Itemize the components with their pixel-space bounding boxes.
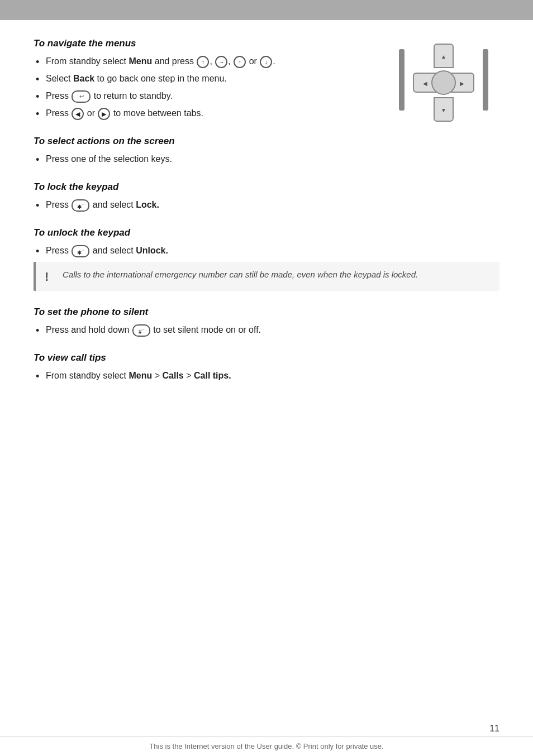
top-bar (0, 0, 533, 20)
list-item: Press ◀ or ▶ to move between tabs. (34, 107, 499, 120)
bold-menu: Menu (129, 56, 153, 66)
note-box: ! Calls to the international emergency n… (34, 262, 499, 291)
list-item: From standby select Menu and press ↑, →,… (34, 55, 499, 68)
nav-left-tab-icon: ◀ (72, 108, 84, 120)
footer-text: This is the Internet version of the User… (149, 742, 383, 750)
end-call-icon: ↩ (72, 90, 91, 103)
star-key-unlock-icon: ✱⁻ (72, 245, 89, 257)
bold-back: Back (73, 74, 94, 83)
section-select-actions: To select actions on the screen Press on… (34, 136, 499, 166)
select-actions-list: Press one of the selection keys. (34, 152, 499, 166)
section-unlock-keypad: To unlock the keypad Press ✱⁻ and select… (34, 227, 499, 291)
bold-menu2: Menu (129, 371, 153, 380)
footer: This is the Internet version of the User… (0, 736, 533, 756)
list-item: Press and hold down #⁻ to set silent mod… (34, 323, 499, 337)
note-text: Calls to the international emergency num… (63, 269, 418, 281)
list-item: Press ↩ to return to standby. (34, 89, 499, 103)
bold-unlock: Unlock. (136, 246, 168, 255)
bold-lock: Lock. (136, 200, 159, 209)
view-call-tips-list: From standby select Menu > Calls > Call … (34, 369, 499, 382)
dpad-center-button (431, 70, 456, 95)
nav-up2-icon: ↑ (234, 56, 246, 68)
section-phone-silent: To set the phone to silent Press and hol… (34, 307, 499, 337)
bold-call-tips: Call tips. (194, 371, 231, 380)
phone-silent-list: Press and hold down #⁻ to set silent mod… (34, 323, 499, 337)
nav-down-icon: ↓ (260, 56, 272, 68)
section-unlock-keypad-title: To unlock the keypad (34, 227, 499, 238)
main-content: To navigate the menus From standby selec… (0, 20, 533, 420)
section-view-call-tips: To view call tips From standby select Me… (34, 352, 499, 382)
nav-up-icon: ↑ (197, 56, 209, 68)
unlock-keypad-list: Press ✱⁻ and select Unlock. (34, 244, 499, 257)
bold-calls: Calls (163, 371, 184, 380)
section-lock-keypad: To lock the keypad Press ✱⁻ and select L… (34, 181, 499, 212)
star-key-icon: ✱⁻ (72, 199, 89, 212)
nav-right-tab-icon: ▶ (98, 108, 110, 120)
hash-key-icon: #⁻ (132, 324, 150, 337)
lock-keypad-list: Press ✱⁻ and select Lock. (34, 198, 499, 212)
exclamation-icon: ! (45, 270, 55, 284)
nav-right-icon: → (215, 56, 227, 68)
section-select-actions-title: To select actions on the screen (34, 136, 499, 147)
section-lock-keypad-title: To lock the keypad (34, 181, 499, 193)
page-number: 11 (489, 724, 499, 734)
list-item: Select Back to go back one step in the m… (34, 72, 499, 85)
list-item: Press ✱⁻ and select Unlock. (34, 244, 499, 257)
list-item: Press ✱⁻ and select Lock. (34, 198, 499, 212)
section-phone-silent-title: To set the phone to silent (34, 307, 499, 318)
list-item: From standby select Menu > Calls > Call … (34, 369, 499, 382)
section-view-call-tips-title: To view call tips (34, 352, 499, 363)
list-item: Press one of the selection keys. (34, 152, 499, 166)
